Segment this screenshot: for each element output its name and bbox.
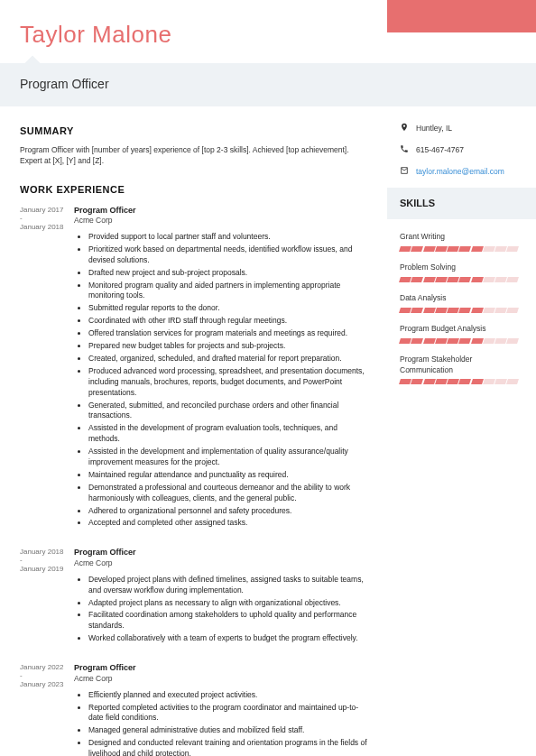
job-company: Acme Corp: [74, 216, 371, 226]
job-bullet: Prepared new budget tables for projects …: [88, 341, 371, 352]
main-column: SUMMARY Program Officer with [number of …: [0, 106, 387, 756]
job-bullet: Monitored program quality and aided part…: [88, 281, 371, 302]
phone-icon: [400, 144, 409, 157]
skill-segment: [399, 338, 411, 344]
skill-segment: [435, 379, 448, 384]
skill-segment: [435, 308, 448, 313]
skill-segment: [506, 379, 519, 384]
job-bullet: Drafted new project and sub-project prop…: [88, 268, 371, 279]
email-text[interactable]: taylor.malone@email.com: [416, 167, 504, 178]
skill-segment: [411, 277, 423, 282]
jobs-list: January 2017-January 2018Program Officer…: [20, 205, 371, 756]
skill-segment: [471, 246, 484, 252]
job-bullet: Provided support to local partner staff …: [88, 232, 371, 243]
skill-segment: [447, 277, 459, 282]
skill-item: Program Stakeholder Communication: [400, 355, 518, 385]
job-bullets: Provided support to local partner staff …: [74, 232, 371, 529]
skill-bar: [400, 338, 518, 344]
skill-item: Data Analysis: [400, 293, 518, 313]
work-heading: WORK EXPERIENCE: [20, 183, 371, 197]
skill-segment: [506, 277, 519, 282]
contact-email[interactable]: taylor.malone@email.com: [400, 166, 518, 179]
job-bullet: Created, organized, scheduled, and draft…: [88, 354, 371, 364]
job-bullets: Efficiently planned and executed project…: [74, 690, 371, 756]
skill-name: Problem Solving: [400, 263, 518, 273]
skill-bar: [400, 246, 518, 252]
title-band: Program Officer: [0, 63, 536, 106]
skill-name: Program Stakeholder Communication: [400, 355, 518, 376]
job-bullet: Offered translation services for program…: [88, 328, 371, 339]
accent-bar: [387, 0, 536, 32]
skill-segment: [471, 338, 484, 344]
job-dates: January 2022-January 2023: [20, 662, 74, 756]
skill-segment: [471, 379, 484, 384]
location-icon: [400, 123, 409, 135]
job-role: Program Officer: [74, 205, 371, 217]
job-bullet: Developed project plans with defined tim…: [88, 575, 371, 596]
skill-segment: [411, 338, 423, 344]
skill-bar: [400, 308, 518, 313]
summary-heading: SUMMARY: [20, 124, 371, 138]
skill-name: Grant Writing: [400, 232, 518, 243]
skill-bar: [400, 379, 518, 384]
job-dates: January 2017-January 2018: [20, 205, 74, 531]
skill-segment: [506, 308, 519, 313]
job-bullet: Submitted regular reports to the donor.: [88, 303, 371, 314]
skill-segment: [458, 379, 471, 384]
skill-item: Program Budget Analysis: [400, 324, 518, 344]
skill-segment: [471, 308, 484, 313]
job-company: Acme Corp: [74, 558, 371, 569]
skill-segment: [435, 277, 448, 282]
job-entry: January 2018-January 2019Program Officer…: [20, 547, 371, 646]
job-company: Acme Corp: [74, 674, 371, 685]
skills-list: Grant WritingProblem SolvingData Analysi…: [400, 232, 518, 384]
job-bullet: Worked collaboratively with a team of ex…: [88, 633, 371, 644]
job-bullet: Assisted in the development of program e…: [88, 423, 371, 445]
skill-segment: [483, 338, 495, 344]
skill-segment: [423, 308, 436, 313]
job-bullet: Designed and conducted relevant training…: [88, 738, 371, 756]
candidate-title: Program Officer: [20, 76, 516, 94]
skill-segment: [494, 308, 507, 313]
skill-segment: [423, 338, 436, 344]
job-role: Program Officer: [74, 662, 371, 674]
skill-segment: [458, 308, 471, 313]
skill-segment: [458, 277, 471, 282]
skill-segment: [458, 338, 471, 344]
skill-name: Data Analysis: [400, 293, 518, 304]
location-text: Huntley, IL: [416, 124, 452, 134]
job-bullet: Produced advanced word processing, sprea…: [88, 366, 371, 399]
skill-segment: [399, 246, 411, 252]
skill-segment: [423, 246, 436, 252]
skill-segment: [399, 379, 411, 384]
skill-segment: [411, 379, 423, 384]
job-body: Program OfficerAcme CorpEfficiently plan…: [74, 662, 371, 756]
skill-segment: [435, 338, 448, 344]
skill-segment: [435, 246, 448, 252]
contact-location: Huntley, IL: [400, 123, 518, 135]
job-bullet: Managed general administrative duties an…: [88, 725, 371, 736]
skill-segment: [494, 338, 507, 344]
job-bullet: Prioritized work based on departmental n…: [88, 244, 371, 266]
skill-bar: [400, 277, 518, 282]
skill-item: Grant Writing: [400, 232, 518, 252]
job-entry: January 2022-January 2023Program Officer…: [20, 662, 371, 756]
skill-segment: [483, 246, 495, 252]
job-body: Program OfficerAcme CorpProvided support…: [74, 205, 371, 531]
job-bullet: Generated, submitted, and reconciled pur…: [88, 401, 371, 422]
job-bullet: Accepted and completed other assigned ta…: [88, 518, 371, 529]
skill-segment: [483, 277, 495, 282]
skill-segment: [423, 379, 436, 384]
job-bullet: Efficiently planned and executed project…: [88, 690, 371, 701]
skill-segment: [458, 246, 471, 252]
skill-segment: [411, 308, 423, 313]
skill-segment: [506, 338, 519, 344]
skill-segment: [494, 277, 507, 282]
job-bullet: Adhered to organizational personnel and …: [88, 506, 371, 517]
skill-segment: [506, 246, 519, 252]
skill-segment: [399, 277, 411, 282]
skill-segment: [447, 338, 459, 344]
job-entry: January 2017-January 2018Program Officer…: [20, 205, 371, 531]
contact-phone: 615-467-4767: [400, 144, 518, 157]
job-role: Program Officer: [74, 547, 371, 558]
